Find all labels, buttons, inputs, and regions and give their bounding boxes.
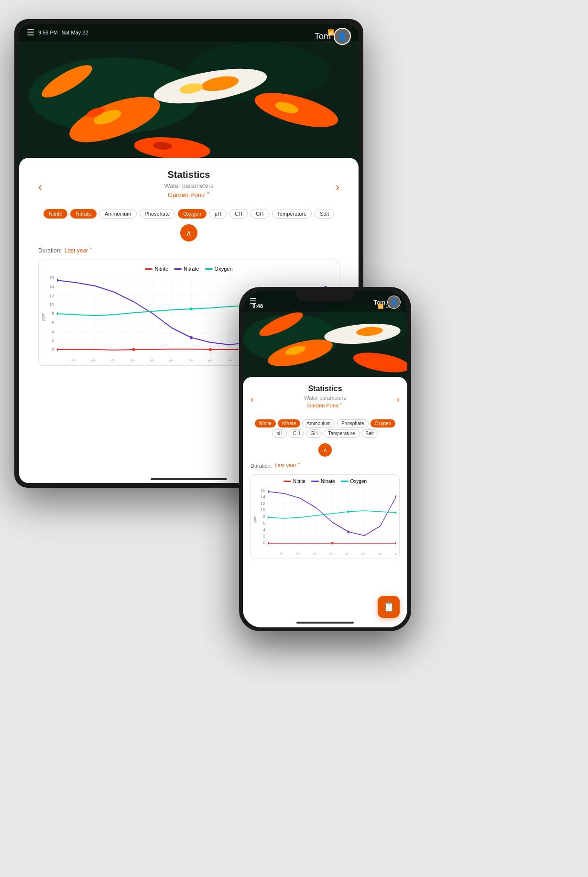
phone-legend-nitrite-dot — [283, 481, 291, 482]
phone-legend-nitrate-label: Nitrate — [321, 479, 335, 484]
tablet-time: 9:56 PM — [38, 30, 58, 35]
svg-point-79 — [347, 511, 349, 513]
phone-hero-image: 9:48 📶 100% ☰ Tom 👤 — [243, 291, 407, 386]
phone-chart-plot — [268, 488, 396, 545]
tablet-tag-nitrate[interactable]: Nitrate — [70, 209, 96, 219]
phone-tag-temperature[interactable]: Temperature — [324, 429, 359, 438]
phone-tag-phosphate[interactable]: Phosphate — [337, 419, 369, 428]
svg-point-37 — [132, 348, 135, 351]
tablet-tag-nitrite[interactable]: Nitrite — [44, 209, 68, 219]
phone-tag-nitrite[interactable]: Nitrite — [255, 419, 276, 428]
tablet-legend-oxygen-label: Oxygen — [215, 266, 233, 272]
scene: ☰ 9:56 PM Sat May 22 📶 100% Tom 👤 — [0, 0, 588, 877]
phone-tag-ammonium[interactable]: Ammonium — [302, 419, 335, 428]
tablet-tag-phosphate[interactable]: Phosphate — [140, 209, 175, 219]
tablet-user-name: Tom — [315, 32, 331, 42]
phone-chart-legend: Nitrite Nitrate Oxygen — [254, 479, 396, 484]
tablet-user-area[interactable]: Tom 👤 — [315, 28, 351, 45]
phone-duration-selector[interactable]: Last year ˅ — [275, 462, 301, 469]
svg-point-42 — [190, 336, 193, 339]
phone-nav-row: ‹ Statistics Water parameters Garden Pon… — [250, 384, 400, 415]
tablet-user-avatar[interactable]: 👤 — [334, 28, 351, 45]
tablet-home-indicator — [151, 478, 227, 480]
svg-point-44 — [57, 312, 58, 315]
tablet-hero-image: ☰ 9:56 PM Sat May 22 📶 100% Tom 👤 — [19, 24, 359, 167]
phone-content-area: ‹ Statistics Water parameters Garden Pon… — [243, 377, 407, 627]
phone-next-arrow[interactable]: › — [397, 395, 400, 405]
tablet-tag-ammonium[interactable]: Ammonium — [99, 209, 137, 219]
phone-legend-nitrate: Nitrate — [311, 479, 335, 484]
tablet-nav-row: ‹ Statistics Water parameters Garden Pon… — [38, 169, 339, 204]
phone-legend-nitrite-label: Nitrite — [293, 479, 305, 484]
phone-tags-row: Nitrite Nitrate Ammonium Phosphate Oxyge… — [250, 419, 400, 438]
svg-point-38 — [209, 348, 212, 351]
svg-point-45 — [190, 307, 193, 310]
tablet-status-bar: ☰ 9:56 PM Sat May 22 📶 100% — [19, 24, 359, 41]
phone-tag-salt[interactable]: Salt — [361, 429, 378, 438]
tablet-tag-ph[interactable]: pH — [209, 209, 227, 219]
phone-legend-nitrate-dot — [311, 481, 319, 482]
svg-point-76 — [347, 531, 349, 533]
phone-pond-selector[interactable]: Garden Pond ˅ — [253, 403, 397, 409]
tablet-chevron-up-container: ∧ — [38, 224, 339, 241]
phone-user-avatar[interactable]: 👤 — [387, 296, 401, 309]
phone-notch — [296, 291, 354, 301]
tablet-y-axis: 16 14 12 10 8 6 4 2 0 — [43, 275, 56, 352]
tablet-duration-row: Duration: Last year ˅ — [38, 247, 339, 254]
tablet-legend-nitrite: Nitrite — [145, 266, 168, 272]
phone-tag-ph[interactable]: pH — [272, 429, 287, 438]
tablet-legend-nitrate-dot — [174, 268, 182, 270]
svg-point-41 — [57, 279, 58, 282]
tablet-menu-icon[interactable]: ☰ — [27, 27, 34, 38]
tablet-chevron-up-button[interactable]: ∧ — [180, 224, 197, 241]
svg-point-75 — [268, 491, 269, 493]
phone-chart-container: Nitrite Nitrate Oxygen ppm — [250, 474, 400, 559]
phone-chevron-up-button[interactable]: ∧ — [318, 443, 332, 457]
phone-tag-gh[interactable]: GH — [306, 429, 322, 438]
tablet-chart-legend: Nitrite Nitrate Oxygen — [43, 266, 335, 272]
phone-tag-ch[interactable]: CH — [289, 429, 304, 438]
tablet-legend-oxygen-dot — [205, 268, 213, 270]
svg-point-74 — [395, 542, 396, 545]
phone-legend-oxygen-label: Oxygen — [350, 479, 367, 484]
tablet-legend-nitrite-label: Nitrite — [154, 266, 168, 272]
tablet-legend-nitrite-dot — [145, 268, 152, 270]
phone-legend-oxygen-dot — [341, 481, 348, 482]
phone-legend-oxygen: Oxygen — [341, 479, 367, 484]
phone-y-axis: 16 14 12 10 8 6 4 2 0 — [254, 488, 267, 545]
phone-fab-button[interactable]: 📋 — [378, 596, 400, 618]
phone-user-area[interactable]: Tom 👤 — [373, 296, 401, 309]
phone-user-name: Tom — [373, 299, 385, 306]
phone-chart-area: ppm 16 14 12 10 8 6 4 2 0 — [254, 488, 396, 555]
phone-x-labels: 03/10/2021 03/14/2021 03/18/2021 03/22/2… — [267, 545, 396, 555]
svg-point-77 — [395, 495, 396, 498]
svg-point-73 — [331, 542, 334, 545]
tablet-tag-temperature[interactable]: Temperature — [272, 209, 312, 219]
tablet-prev-arrow[interactable]: ‹ — [38, 180, 42, 194]
tablet-legend-nitrate-label: Nitrate — [184, 266, 199, 272]
tablet-tags-row: Nitrite Nitrate Ammonium Phosphate Oxyge… — [38, 209, 339, 219]
phone-menu-icon[interactable]: ☰ — [250, 296, 256, 306]
tablet-tag-salt[interactable]: Salt — [315, 209, 334, 219]
phone-tag-nitrate[interactable]: Nitrate — [278, 419, 300, 428]
phone-home-indicator — [296, 622, 354, 624]
phone-chevron-up-container: ∧ — [250, 443, 400, 457]
svg-point-72 — [268, 542, 269, 545]
phone-duration-row: Duration: Last year ˅ — [250, 462, 400, 469]
phone-legend-nitrite: Nitrite — [283, 479, 305, 484]
tablet-statistics-title: Statistics — [42, 169, 336, 180]
tablet-next-arrow[interactable]: › — [336, 180, 339, 194]
phone-statistics-title: Statistics — [253, 384, 397, 393]
tablet-pond-selector[interactable]: Garden Pond ˅ — [42, 191, 336, 198]
tablet-duration-selector[interactable]: Last year ˅ — [65, 247, 93, 254]
phone-water-params-label: Water parameters — [253, 395, 397, 401]
tablet-tag-ch[interactable]: CH — [229, 209, 248, 219]
phone-device: 9:48 📶 100% ☰ Tom 👤 ‹ — [239, 287, 411, 631]
phone-tag-oxygen[interactable]: Oxygen — [370, 419, 395, 428]
tablet-tag-oxygen[interactable]: Oxygen — [178, 209, 207, 219]
tablet-water-params-label: Water parameters — [42, 182, 336, 189]
tablet-date: Sat May 22 — [62, 30, 88, 35]
tablet-duration-label: Duration: — [38, 247, 62, 254]
tablet-tag-gh[interactable]: GH — [250, 209, 269, 219]
phone-duration-label: Duration: — [250, 463, 272, 469]
